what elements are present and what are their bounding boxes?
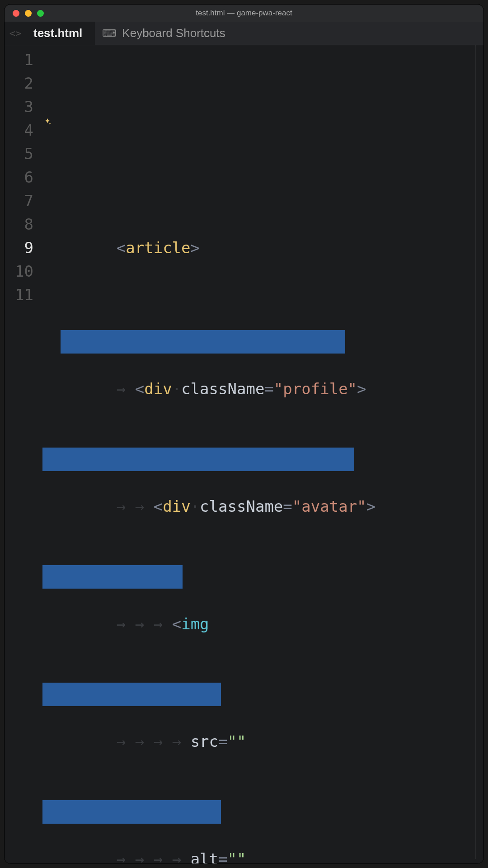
whitespace: → → → →: [117, 850, 191, 863]
line-number[interactable]: 2: [5, 71, 40, 95]
minimize-window-button[interactable]: [25, 10, 32, 17]
selection: [42, 448, 354, 471]
attr-alt: alt: [191, 850, 218, 863]
line-number[interactable]: 5: [5, 142, 40, 165]
titlebar[interactable]: test.html — game-pwa-react: [5, 5, 483, 22]
line-number-gutter[interactable]: 1 2 3 4 5 6 7 8 9 10 11: [5, 45, 40, 863]
tag-div: div: [163, 497, 190, 515]
tab-label: Keyboard Shortcuts: [122, 26, 225, 40]
tab-bar: <> test.html ⌨ Keyboard Shortcuts: [5, 22, 483, 45]
tag-div: div: [144, 380, 172, 398]
punct: >: [357, 380, 366, 398]
whitespace: →: [117, 380, 135, 398]
code-line[interactable]: → → → <img: [40, 565, 483, 589]
punct: =: [218, 850, 227, 863]
editor-window: test.html — game-pwa-react <> test.html …: [5, 5, 483, 863]
zoom-window-button[interactable]: [37, 10, 44, 17]
attr-src: src: [191, 732, 218, 750]
code-line[interactable]: → <div·className="profile">: [40, 330, 483, 354]
whitespace: ·: [191, 497, 200, 515]
whitespace: ·: [172, 380, 181, 398]
ai-sparkle-icon[interactable]: [42, 71, 52, 80]
code-line[interactable]: → → → → alt="": [40, 800, 483, 824]
line-number[interactable]: 10: [5, 259, 40, 283]
code-line[interactable]: → → <div·className="avatar">: [40, 448, 483, 471]
punct: >: [191, 239, 200, 257]
tab-keyboard-shortcuts[interactable]: ⌨ Keyboard Shortcuts: [95, 22, 238, 45]
punct: =: [264, 380, 273, 398]
attr-classname: className: [200, 497, 283, 515]
tag-img: img: [181, 615, 209, 633]
selection: [42, 683, 221, 706]
punct: <: [172, 615, 181, 633]
traffic-lights: [5, 10, 44, 17]
selection: [61, 330, 345, 354]
window-title: test.html — game-pwa-react: [5, 9, 483, 18]
line-number[interactable]: 9: [5, 236, 40, 259]
whitespace: → → → →: [117, 732, 191, 750]
selection: [42, 800, 221, 824]
string-profile: "profile": [274, 380, 357, 398]
whitespace: → → →: [117, 615, 172, 633]
string-empty: "": [228, 732, 246, 750]
line-number[interactable]: 3: [5, 95, 40, 118]
code-line[interactable]: <article>: [40, 212, 483, 236]
punct: <: [117, 239, 126, 257]
file-type-icon: <>: [5, 22, 26, 45]
attr-classname: className: [181, 380, 264, 398]
tag-article: article: [126, 239, 190, 257]
selection: [42, 565, 183, 589]
string-avatar: "avatar": [292, 497, 366, 515]
code-area[interactable]: <article> → <div·className="profile"> → …: [40, 45, 483, 863]
code-line[interactable]: → → → → src="": [40, 683, 483, 706]
tab-label: test.html: [33, 26, 82, 40]
line-number[interactable]: 7: [5, 189, 40, 212]
angle-brackets-icon: <>: [9, 28, 22, 39]
line-number[interactable]: 4: [5, 118, 40, 142]
whitespace: → →: [117, 497, 154, 515]
punct: =: [283, 497, 292, 515]
tab-bar-spacer: [238, 22, 483, 45]
tab-test-html[interactable]: test.html: [26, 22, 95, 45]
code-editor[interactable]: 1 2 3 4 5 6 7 8 9 10 11 <article>: [5, 45, 483, 863]
punct: =: [218, 732, 227, 750]
punct: >: [366, 497, 375, 515]
line-number[interactable]: 8: [5, 212, 40, 236]
close-window-button[interactable]: [13, 10, 19, 17]
punct: <: [154, 497, 163, 515]
scrollbar-track[interactable]: [475, 45, 476, 859]
line-number[interactable]: 6: [5, 165, 40, 189]
keyboard-icon: ⌨: [102, 28, 117, 39]
string-empty: "": [228, 850, 246, 863]
punct: <: [135, 380, 144, 398]
line-number[interactable]: 11: [5, 283, 40, 307]
line-number[interactable]: 1: [5, 48, 40, 71]
